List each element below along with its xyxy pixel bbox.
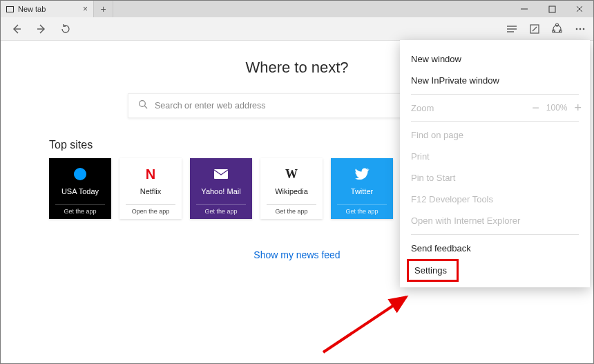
menu-open-ie[interactable]: Open with Internet Explorer bbox=[400, 210, 590, 231]
browser-window: New tab × + bbox=[0, 0, 594, 364]
menu-settings[interactable]: Settings bbox=[412, 264, 450, 277]
usa-today-icon bbox=[73, 165, 88, 183]
zoom-in-button[interactable]: + bbox=[574, 102, 582, 114]
new-tab-button[interactable]: + bbox=[94, 1, 113, 17]
web-note-button[interactable] bbox=[529, 23, 540, 35]
close-window-icon bbox=[575, 5, 584, 13]
window-controls bbox=[510, 1, 593, 17]
svg-line-18 bbox=[144, 106, 147, 108]
tile-sub: Get the app bbox=[337, 204, 387, 215]
tile-sub: Get the app bbox=[267, 204, 316, 215]
tab-title: New tab bbox=[18, 5, 46, 13]
toolbar bbox=[1, 17, 593, 41]
tile-label: Wikipedia bbox=[275, 187, 308, 195]
refresh-button[interactable] bbox=[60, 23, 71, 35]
menu-separator bbox=[411, 234, 579, 235]
tile-usa-today[interactable]: USA Today Get the app bbox=[49, 158, 111, 219]
more-icon bbox=[574, 23, 586, 35]
menu-new-window[interactable]: New window bbox=[400, 48, 590, 70]
reading-list-icon bbox=[506, 24, 518, 34]
reading-view-button[interactable] bbox=[506, 24, 518, 34]
annotation-highlight-box: Settings bbox=[407, 259, 459, 282]
menu-devtools[interactable]: F12 Developer Tools bbox=[400, 189, 590, 210]
minimize-button[interactable] bbox=[510, 1, 538, 17]
tile-label: USA Today bbox=[61, 187, 99, 195]
zoom-out-button[interactable]: − bbox=[532, 102, 539, 114]
tile-wikipedia[interactable]: W Wikipedia Get the app bbox=[260, 158, 323, 219]
share-button[interactable] bbox=[551, 23, 563, 35]
refresh-icon bbox=[60, 23, 71, 35]
svg-point-17 bbox=[140, 101, 146, 107]
close-window-button[interactable] bbox=[566, 1, 593, 17]
back-button[interactable] bbox=[10, 23, 23, 35]
tile-twitter[interactable]: Twitter Get the app bbox=[331, 158, 393, 219]
close-icon[interactable]: × bbox=[83, 4, 88, 14]
twitter-icon bbox=[354, 165, 370, 183]
menu-separator bbox=[411, 121, 579, 122]
menu-zoom-row: Zoom − 100% + bbox=[400, 97, 590, 118]
svg-point-14 bbox=[576, 28, 578, 30]
wikipedia-icon: W bbox=[285, 165, 298, 183]
svg-point-19 bbox=[74, 168, 86, 180]
zoom-label: Zoom bbox=[411, 103, 532, 113]
menu-find[interactable]: Find on page bbox=[400, 124, 590, 146]
maximize-button[interactable] bbox=[538, 1, 566, 17]
svg-rect-20 bbox=[214, 169, 228, 179]
tile-sub: Open the app bbox=[126, 204, 175, 215]
menu-pin[interactable]: Pin to Start bbox=[400, 167, 590, 189]
tile-yahoo-mail[interactable]: Yahoo! Mail Get the app bbox=[190, 158, 252, 219]
browser-tab[interactable]: New tab × bbox=[1, 1, 94, 17]
more-button[interactable] bbox=[574, 23, 586, 35]
menu-new-inprivate[interactable]: New InPrivate window bbox=[400, 70, 590, 91]
note-icon bbox=[529, 23, 540, 35]
tile-label: Twitter bbox=[351, 187, 373, 195]
arrow-right-icon bbox=[35, 23, 48, 35]
netflix-icon: N bbox=[146, 165, 155, 183]
more-menu: New window New InPrivate window Zoom − 1… bbox=[400, 40, 590, 287]
menu-separator bbox=[411, 94, 579, 95]
tile-label: Yahoo! Mail bbox=[201, 187, 240, 195]
svg-point-15 bbox=[579, 28, 582, 30]
tile-label: Netflix bbox=[140, 187, 162, 195]
search-icon bbox=[138, 99, 148, 112]
page-icon bbox=[6, 6, 14, 12]
maximize-icon bbox=[548, 6, 556, 13]
tile-sub: Get the app bbox=[196, 204, 246, 215]
minimize-icon bbox=[520, 5, 528, 13]
zoom-value: 100% bbox=[546, 103, 568, 113]
title-strip: New tab × + bbox=[1, 1, 593, 17]
svg-point-16 bbox=[583, 28, 585, 30]
arrow-left-icon bbox=[10, 23, 23, 35]
mail-icon bbox=[213, 165, 229, 183]
share-icon bbox=[551, 23, 563, 35]
menu-feedback[interactable]: Send feedback bbox=[400, 238, 590, 259]
forward-button[interactable] bbox=[35, 23, 48, 35]
svg-rect-1 bbox=[549, 6, 555, 12]
tile-netflix[interactable]: N Netflix Open the app bbox=[119, 158, 182, 219]
menu-print[interactable]: Print bbox=[400, 146, 590, 167]
tile-sub: Get the app bbox=[55, 204, 105, 215]
